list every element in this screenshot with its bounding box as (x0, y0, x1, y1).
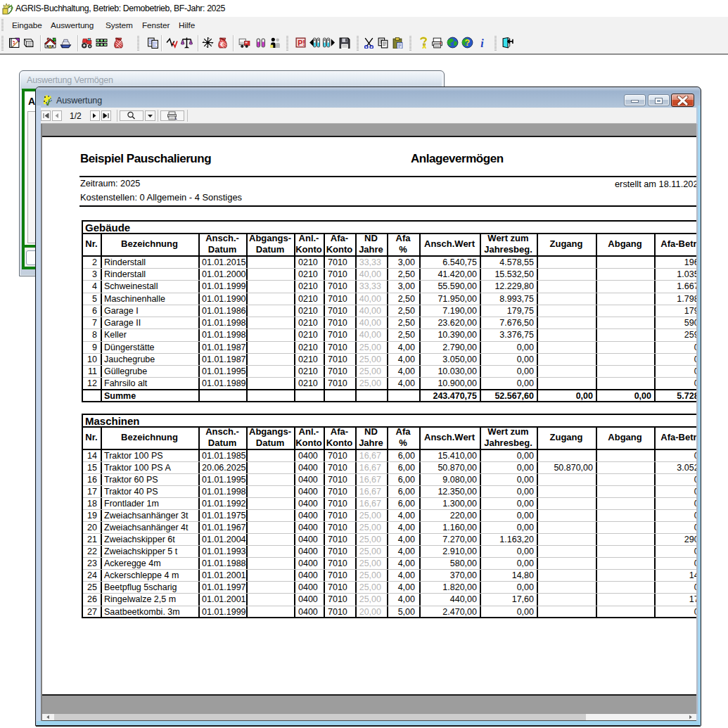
svg-text:P!: P! (298, 39, 305, 47)
svg-text:i: i (480, 37, 484, 49)
svg-text:?: ? (464, 37, 470, 48)
svg-text:€: € (220, 41, 224, 48)
